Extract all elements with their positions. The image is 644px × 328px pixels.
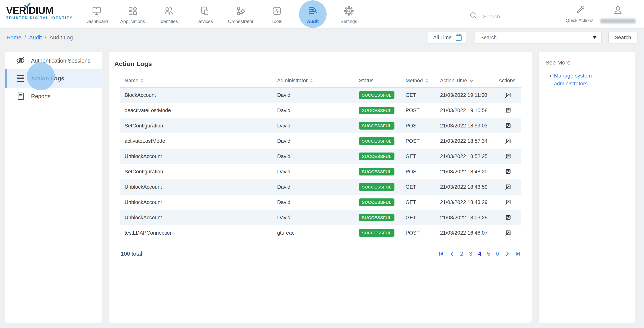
row-open-action[interactable] bbox=[493, 229, 521, 237]
sidebar-item-action-logs[interactable]: Action Logs bbox=[5, 69, 102, 88]
pagination: 23456 bbox=[438, 251, 521, 257]
row-open-action[interactable] bbox=[493, 199, 521, 206]
breadcrumb-home-link[interactable]: Home bbox=[6, 34, 21, 41]
see-more-list-item: Manage system administrators bbox=[554, 72, 615, 87]
pagination-pages: 23456 bbox=[460, 251, 499, 257]
nav-label: Audit bbox=[307, 19, 318, 24]
cell-status: SUCCESSFUL bbox=[354, 168, 401, 175]
table-row[interactable]: SetConfiguration David SUCCESSFUL POST 2… bbox=[120, 164, 521, 179]
cell-name: UnblockAccount bbox=[120, 215, 272, 221]
sidebar-item-authentication-sessions[interactable]: Authentication Sessions bbox=[5, 52, 102, 69]
external-link-icon bbox=[504, 153, 512, 160]
column-header-actions: Actions bbox=[493, 78, 521, 84]
cell-method: POST bbox=[401, 230, 436, 236]
global-search bbox=[468, 11, 538, 22]
pagination-page[interactable]: 6 bbox=[496, 251, 499, 257]
table-row[interactable]: UnblockAccount David SUCCESSFUL GET 21/0… bbox=[120, 195, 521, 210]
wand-icon bbox=[574, 5, 585, 15]
cell-method: GET bbox=[401, 199, 436, 205]
status-badge: SUCCESSFUL bbox=[359, 198, 394, 206]
status-badge: SUCCESSFUL bbox=[359, 229, 394, 237]
pagination-next-button[interactable] bbox=[505, 251, 510, 256]
status-badge: SUCCESSFUL bbox=[359, 153, 394, 160]
search-submit-button[interactable]: Search bbox=[608, 31, 638, 43]
external-link-icon bbox=[504, 91, 512, 99]
search-icon bbox=[469, 11, 478, 20]
table-row[interactable]: UnblockAccount David SUCCESSFUL GET 21/0… bbox=[120, 179, 521, 195]
pagination-page[interactable]: 2 bbox=[460, 251, 464, 257]
log-list-icon bbox=[16, 74, 25, 83]
breadcrumb-audit-link[interactable]: Audit bbox=[29, 34, 42, 41]
sidebar-item-reports[interactable]: Reports bbox=[5, 88, 102, 105]
row-open-action[interactable] bbox=[493, 122, 521, 129]
nav-item-tools[interactable]: Tools bbox=[259, 0, 295, 28]
row-open-action[interactable] bbox=[493, 214, 521, 221]
pagination-first-button[interactable] bbox=[438, 251, 444, 256]
breadcrumb-separator: / bbox=[24, 34, 26, 41]
cell-administrator: David bbox=[272, 169, 354, 175]
quick-actions-button[interactable]: Quick Actions bbox=[560, 5, 599, 23]
see-more-list: Manage system administrators bbox=[554, 72, 615, 87]
row-open-action[interactable] bbox=[493, 183, 521, 191]
pagination-page-current[interactable]: 4 bbox=[478, 251, 481, 257]
column-header-method[interactable]: Method bbox=[401, 78, 436, 84]
nav-item-applications[interactable]: Applications bbox=[114, 0, 151, 28]
global-search-input[interactable] bbox=[483, 13, 537, 20]
cell-administrator: David bbox=[272, 123, 354, 129]
manage-system-administrators-link[interactable]: Manage system administrators bbox=[554, 73, 592, 87]
breadcrumb-bar: Home / Audit / Audit Log All Time Search… bbox=[0, 29, 644, 46]
table-row[interactable]: UnblockAccount David SUCCESSFUL GET 21/0… bbox=[120, 149, 521, 164]
column-header-name[interactable]: Name bbox=[120, 78, 272, 84]
row-open-action[interactable] bbox=[493, 153, 521, 160]
row-open-action[interactable] bbox=[493, 168, 521, 175]
user-profile-button[interactable] bbox=[599, 5, 637, 23]
apps-icon bbox=[128, 6, 138, 16]
breadcrumb-separator: / bbox=[45, 34, 46, 41]
cell-method: POST bbox=[401, 108, 436, 114]
cell-method: GET bbox=[401, 215, 436, 221]
status-badge: SUCCESSFUL bbox=[359, 214, 394, 221]
table-row[interactable]: testLDAPConnection gtureac SUCCESSFUL PO… bbox=[120, 225, 521, 241]
cell-method: GET bbox=[401, 154, 436, 160]
nav-item-devices[interactable]: Devices bbox=[187, 0, 223, 28]
nav-item-orchestrator[interactable]: Orchestrator bbox=[223, 0, 259, 28]
column-header-action-time[interactable]: Action Time bbox=[436, 78, 493, 84]
row-open-action[interactable] bbox=[493, 137, 521, 145]
table-header-row: Name Administrator Status Method Action … bbox=[120, 74, 521, 87]
pagination-last-button[interactable] bbox=[516, 251, 521, 256]
user-avatar-icon bbox=[613, 5, 623, 15]
top-header: VERIDIUM TRUSTED DIGITAL IDENTITY Dashbo… bbox=[0, 0, 644, 29]
cell-action-time: 21/03/2022 18:59:03 bbox=[436, 123, 493, 129]
time-range-button[interactable]: All Time bbox=[428, 31, 467, 43]
table-row[interactable]: UnblockAccount David SUCCESSFUL GET 21/0… bbox=[120, 210, 521, 225]
sidebar-item-label: Authentication Sessions bbox=[31, 58, 90, 64]
cell-administrator: David bbox=[272, 92, 354, 98]
pagination-page[interactable]: 5 bbox=[487, 251, 490, 257]
table-row[interactable]: activateLostMode David SUCCESSFUL POST 2… bbox=[120, 133, 521, 149]
cell-action-time: 21/03/2022 18:43:29 bbox=[436, 199, 493, 205]
pagination-prev-button[interactable] bbox=[450, 251, 454, 256]
quick-actions-label: Quick Actions bbox=[566, 18, 594, 23]
cell-status: SUCCESSFUL bbox=[354, 91, 401, 99]
row-open-action[interactable] bbox=[493, 91, 521, 99]
table-row[interactable]: BlockAccount David SUCCESSFUL GET 21/03/… bbox=[120, 87, 521, 103]
column-header-status: Status bbox=[354, 78, 401, 84]
devices-icon bbox=[200, 6, 210, 16]
cell-name: UnblockAccount bbox=[120, 199, 272, 205]
column-header-administrator[interactable]: Administrator bbox=[272, 78, 354, 84]
nav-item-settings[interactable]: Settings bbox=[331, 0, 367, 28]
cell-action-time: 21/03/2022 18:57:34 bbox=[436, 138, 493, 144]
pagination-page[interactable]: 3 bbox=[469, 251, 472, 257]
search-field-select[interactable]: Search bbox=[474, 31, 602, 43]
external-link-icon bbox=[504, 122, 512, 129]
nav-item-identities[interactable]: Identities bbox=[151, 0, 187, 28]
content-area: Authentication Sessions Action Logs Repo… bbox=[0, 46, 644, 323]
veridium-logo[interactable]: VERIDIUM TRUSTED DIGITAL IDENTITY bbox=[0, 0, 78, 28]
nav-item-dashboard[interactable]: Dashboard bbox=[78, 0, 114, 28]
nav-item-audit[interactable]: Audit bbox=[295, 0, 331, 28]
row-open-action[interactable] bbox=[493, 107, 521, 114]
table-row[interactable]: SetConfiguration David SUCCESSFUL POST 2… bbox=[120, 118, 521, 133]
filter-controls: All Time Search Search bbox=[428, 31, 638, 43]
external-link-icon bbox=[504, 229, 512, 237]
table-row[interactable]: deactivateLostMode David SUCCESSFUL POST… bbox=[120, 103, 521, 118]
